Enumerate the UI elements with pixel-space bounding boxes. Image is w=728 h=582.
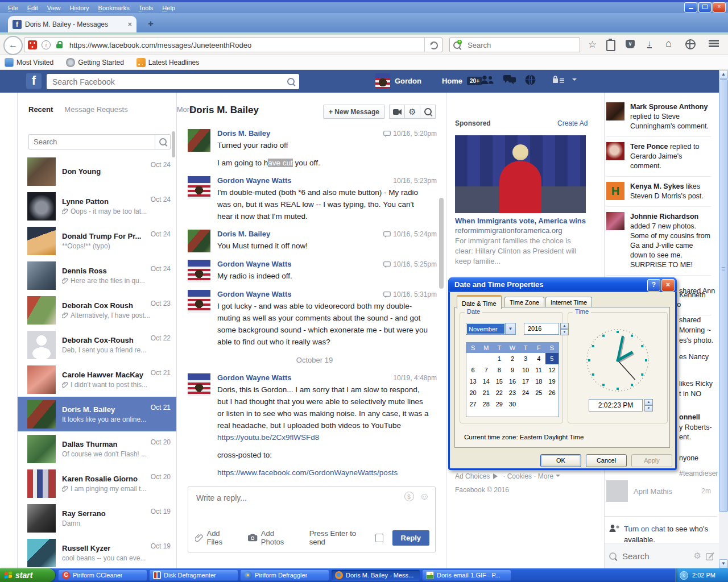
menu-item-file[interactable]: File — [3, 3, 23, 13]
back-button[interactable]: ← — [3, 36, 23, 55]
messages-icon[interactable] — [503, 75, 516, 85]
scroll-down-button[interactable]: ▼ — [719, 559, 728, 568]
calendar[interactable]: SMTWTFS 12345678910111213141516171819202… — [466, 342, 559, 417]
downloads-icon[interactable]: ↓ — [647, 39, 652, 48]
settings-button[interactable]: ⚙ — [404, 105, 420, 119]
calendar-day[interactable]: 5 — [545, 353, 559, 364]
sidebar-scrollbar-thumb[interactable] — [172, 131, 175, 157]
calendar-day[interactable]: 23 — [506, 387, 519, 398]
ad-choices-link[interactable]: Ad Choices — [455, 472, 490, 480]
video-call-button[interactable] — [389, 105, 405, 119]
taskbar-button[interactable]: Doris-email-1.GIF - P... — [422, 569, 511, 581]
browser-tab[interactable]: f Doris M. Bailey - Messages × — [8, 16, 136, 32]
menu-item-tools[interactable]: Tools — [134, 3, 158, 13]
start-button[interactable]: start — [0, 568, 55, 582]
reply-box[interactable]: $ ☺ Add Files Add Photos Press Enter to … — [188, 487, 436, 552]
restore-button[interactable] — [698, 2, 712, 13]
calendar-day[interactable]: 24 — [519, 387, 532, 398]
conversation-row[interactable]: Russell Kyzercool beans -- you can eve..… — [18, 535, 176, 568]
emoji-icon[interactable]: ☺ — [420, 492, 429, 501]
calendar-day[interactable]: 22 — [493, 387, 506, 398]
reply-button[interactable]: Reply — [392, 530, 429, 546]
add-files-button[interactable]: Add Files — [195, 529, 234, 546]
new-tab-button[interactable]: + — [143, 18, 158, 30]
conversation-row[interactable]: Ray SerranoDamnOct 19 — [18, 501, 176, 535]
ticker-item[interactable]: Mark Sprouse Anthony replied to Steve Cu… — [606, 97, 711, 137]
turn-on-chat-link[interactable]: Turn on chat — [624, 525, 665, 533]
calendar-day[interactable]: 15 — [493, 376, 506, 387]
browser-search-box[interactable]: + — [449, 38, 580, 52]
dialog-tab-time-zone[interactable]: Time Zone — [504, 297, 544, 308]
bookmark-star-icon[interactable]: ☆ — [588, 39, 597, 51]
press-enter-checkbox[interactable] — [375, 534, 383, 542]
ok-button[interactable]: OK — [540, 454, 581, 467]
url-bar[interactable]: i — [24, 38, 442, 52]
tab-recent[interactable]: Recent — [28, 105, 53, 114]
friend-requests-icon[interactable] — [481, 75, 494, 85]
calendar-day[interactable]: 14 — [479, 376, 493, 387]
time-input[interactable]: 2:02:23 PM — [589, 399, 643, 411]
conversation-row[interactable]: Doris M. BaileyIt looks like you are onl… — [18, 397, 176, 431]
menu-item-bookmarks[interactable]: Bookmarks — [94, 3, 134, 13]
gear-icon[interactable]: ⚙ — [694, 551, 701, 561]
menu-item-view[interactable]: View — [43, 3, 65, 13]
message-link[interactable]: https://youtu.be/2Cx9flWSFd8 — [217, 433, 319, 442]
facebook-logo[interactable]: f — [26, 73, 42, 89]
calendar-day[interactable]: 17 — [519, 376, 532, 387]
calendar-day[interactable]: 29 — [493, 398, 506, 410]
reply-input[interactable] — [195, 493, 368, 503]
calendar-day[interactable]: 19 — [545, 376, 559, 387]
reload-button[interactable] — [424, 38, 442, 52]
home-link[interactable]: Home — [442, 77, 462, 85]
calendar-day[interactable]: 21 — [479, 387, 493, 398]
ad-title-link[interactable]: When Immigrants vote, America wins — [455, 217, 586, 225]
cancel-button[interactable]: Cancel — [586, 454, 627, 467]
year-input[interactable]: 2016 — [524, 323, 559, 335]
conversation-search-input[interactable] — [29, 137, 155, 147]
calendar-day[interactable]: 20 — [466, 387, 479, 398]
calendar-day[interactable]: 3 — [519, 353, 532, 364]
dialog-titlebar[interactable]: Date and Time Properties ? × — [448, 277, 677, 292]
chat-search-bar[interactable]: ⚙ — [605, 543, 719, 568]
ticker-item[interactable]: Johnnie Richardson added 7 new photos. S… — [606, 207, 711, 276]
new-message-button[interactable]: + New Message — [323, 105, 385, 119]
dialog-tab-date-time[interactable]: Date & Time — [457, 295, 502, 309]
conversation-row[interactable]: Carole Hawver MacKayI didn't want to pos… — [18, 362, 176, 397]
privacy-lock-icon[interactable] — [553, 76, 564, 84]
conversation-row[interactable]: Dennis RossHere are the files in qu...Oc… — [18, 258, 176, 293]
browser-search-input[interactable] — [466, 40, 580, 50]
calendar-day[interactable]: 7 — [479, 364, 493, 376]
close-button[interactable]: × — [713, 2, 726, 13]
add-photos-button[interactable]: Add Photos — [248, 529, 295, 546]
conversation-row[interactable]: Karen Rosalie GiornoI am pinging my emai… — [18, 466, 176, 501]
avatar[interactable] — [375, 73, 390, 88]
pocket-icon[interactable]: ∨ — [626, 40, 635, 48]
conversation-row[interactable]: Lynne PattonOops - it may be too lat...O… — [18, 189, 176, 223]
taskbar-button[interactable]: CPiriform CCleaner — [58, 569, 147, 581]
taskbar-button[interactable]: Piriform Defraggler — [240, 569, 329, 581]
tab-close-icon[interactable]: × — [127, 20, 132, 28]
chevron-down-icon[interactable]: ▼ — [505, 323, 515, 334]
scrollbar-thumb[interactable] — [719, 79, 728, 512]
calendar-day[interactable]: 25 — [532, 387, 545, 398]
message-link[interactable]: https://www.facebook.com/GordonWayneWatt… — [217, 468, 398, 477]
adblock-extension-icon[interactable] — [28, 40, 37, 49]
spin-down-icon[interactable]: ▼ — [644, 405, 653, 411]
profile-link[interactable]: Gordon — [395, 77, 421, 85]
menu-icon[interactable] — [709, 40, 719, 48]
conversation-row[interactable]: Donald Trump For Pr...**Oops!** (typo)Oc… — [18, 223, 176, 258]
chat-search-input[interactable] — [621, 551, 689, 562]
search-chat-button[interactable] — [420, 105, 436, 119]
conversation-row[interactable]: Deborah Cox-RoushDeb, I sent you a frien… — [18, 327, 176, 362]
ad-url[interactable]: reformimmigrationforamerica.org — [455, 226, 562, 235]
menu-item-edit[interactable]: Edit — [23, 3, 43, 13]
thread-scrollbar-thumb[interactable] — [439, 198, 444, 289]
calendar-day[interactable]: 27 — [466, 398, 479, 410]
tab-message-requests[interactable]: Message Requests — [64, 105, 127, 114]
facebook-search-box[interactable] — [47, 74, 299, 89]
calendar-day[interactable]: 13 — [466, 376, 479, 387]
payment-icon[interactable]: $ — [404, 492, 414, 501]
sync-globe-icon[interactable] — [685, 39, 696, 49]
calendar-day[interactable]: 2 — [506, 353, 519, 364]
calendar-day[interactable]: 18 — [532, 376, 545, 387]
